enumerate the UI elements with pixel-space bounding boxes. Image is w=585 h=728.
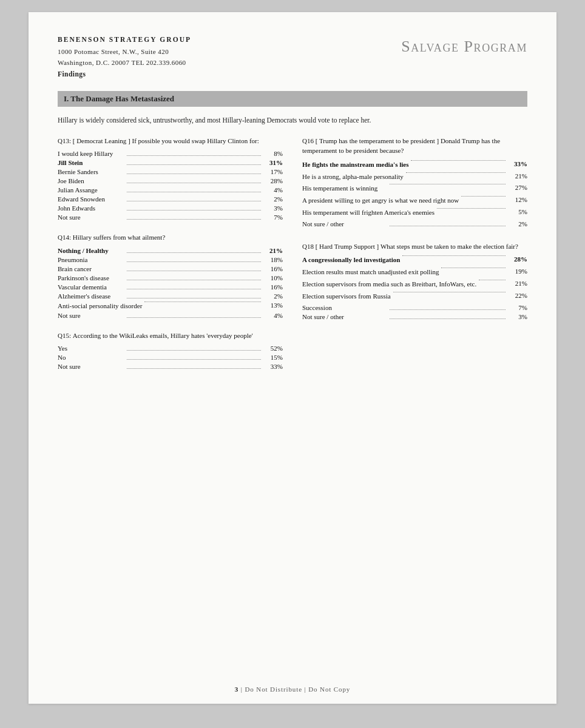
q14-row-4: Parkinson's disease 10% (58, 274, 283, 282)
q14-dots-5 (127, 289, 261, 289)
q13-pct-5: 4% (263, 186, 283, 194)
q15-pct-2: 15% (263, 354, 283, 361)
q18-text: What steps must be taken to make the ele… (380, 243, 518, 250)
q13-row-3: Bernie Sanders 17% (58, 168, 283, 176)
q18-dots-1 (402, 255, 506, 256)
q13-row-6: Edward Snowden 2% (58, 195, 283, 203)
q15-dots-1 (127, 350, 261, 351)
footer: 3 | Do Not Distribute | Do Not Copy (29, 686, 556, 693)
q13-dots-2 (127, 164, 261, 165)
q18-label: Q18 [ Hard Trump Support ] What steps mu… (302, 241, 527, 252)
q16-dots-3 (390, 184, 506, 184)
q18-label-6: Not sure / other (302, 313, 387, 320)
q15-row-2: No 15% (58, 354, 283, 362)
q14-label-5: Vascular dementia (58, 283, 124, 291)
address2: Washington, D.C. 20007 TEL 202.339.6060 (58, 57, 191, 69)
q13-dots-4 (127, 183, 261, 183)
q18-row-6: Not sure / other 3% (302, 313, 527, 321)
q15-answers: Yes 52% No 15% Not sure 33% (58, 345, 283, 371)
q14-pct-7: 13% (263, 302, 283, 309)
q14-pct-6: 2% (263, 292, 283, 300)
q15-label-3: Not sure (58, 363, 124, 370)
q14-text: Hillary suffers from what ailment? (73, 234, 166, 241)
col-left: Q13: [ Democrat Leaning ] If possible yo… (58, 136, 283, 382)
q16-label-2: He is a strong, alpha-male personality (302, 172, 404, 181)
q14-label-2: Pneumonia (58, 256, 124, 263)
q14-row-7: Anti-social personality disorder 13% (58, 302, 283, 311)
q16-row-1: He fights the mainstream media's lies 33… (302, 160, 527, 169)
q13-pct-1: 8% (263, 150, 283, 157)
address1: 1000 Potomac Street, N.W., Suite 420 (58, 46, 191, 58)
q18-row-2: Election results must match unadjusted e… (302, 268, 527, 277)
q14-label: Q14: Hillary suffers from what ailment? (58, 232, 283, 243)
q16-bracket: [ Trump has the temperament to be presid… (316, 137, 439, 144)
q15-label-2: No (58, 354, 124, 361)
q14-answers: Nothing / Healthy 21% Pneumonia 18% Brai… (58, 247, 283, 320)
q13-dots-7 (127, 210, 261, 211)
q13-answers: I would keep Hillary 8% Jill Stein 31% B… (58, 150, 283, 221)
q18-label-2: Election results must match unadjusted e… (302, 268, 439, 277)
q13-pct-4: 28% (263, 177, 283, 184)
q16-row-2: He is a strong, alpha-male personality 2… (302, 172, 527, 181)
q16-pct-3: 27% (508, 184, 527, 191)
q18-dots-5 (390, 309, 506, 310)
q16-label-5: His temperament will frighten America's … (302, 208, 435, 217)
q16-dots-1 (411, 160, 506, 161)
q13-row-1: I would keep Hillary 8% (58, 150, 283, 158)
q16-pct-5: 5% (508, 208, 527, 215)
q14-pct-3: 16% (263, 265, 283, 272)
q14-pct-4: 10% (263, 274, 283, 281)
q16-label-4: A president willing to get angry is what… (302, 196, 459, 205)
q14-dots-8 (127, 317, 261, 318)
q13-label-2: Jill Stein (58, 159, 124, 166)
q18-dots-3 (479, 280, 506, 280)
q14-pct-1: 21% (263, 247, 283, 254)
q18-label-4: Election supervisors from Russia (302, 292, 391, 301)
q14-label-7: Anti-social personality disorder (58, 302, 142, 311)
q13-label-5: Julian Assange (58, 186, 124, 194)
q16-pct-6: 2% (508, 220, 527, 228)
q16-row-5: His temperament will frighten America's … (302, 208, 527, 217)
q14-label-8: Not sure (58, 312, 124, 319)
q18-pct-1: 28% (508, 255, 527, 263)
q15-dots-2 (127, 359, 261, 360)
col-right: Q16 [ Trump has the temperament to be pr… (302, 136, 527, 382)
q15-text: According to the WikiLeaks emails, Hilla… (73, 332, 253, 339)
q13-id: Q13: (58, 137, 71, 144)
q14-dots-7 (144, 302, 261, 302)
q14-pct-2: 18% (263, 256, 283, 263)
q18-pct-2: 19% (508, 268, 527, 275)
q18-row-1: A congressionally led investigation 28% (302, 255, 527, 265)
question-16-block: Q16 [ Trump has the temperament to be pr… (302, 136, 527, 228)
q13-row-7: John Edwards 3% (58, 204, 283, 212)
q15-pct-3: 33% (263, 363, 283, 370)
footer-page: 3 (235, 686, 238, 693)
q18-pct-5: 7% (508, 304, 527, 311)
q13-dots-1 (127, 155, 261, 156)
q14-label-3: Brain cancer (58, 265, 124, 272)
page: BENENSON STRATEGY GROUP 1000 Potomac Str… (29, 12, 556, 704)
q18-label-3: Election supervisors from media such as … (302, 280, 476, 289)
org-name: BENENSON STRATEGY GROUP (58, 34, 191, 46)
q16-pct-2: 21% (508, 172, 527, 180)
q16-dots-4 (461, 196, 506, 197)
q14-row-8: Not sure 4% (58, 312, 283, 320)
q16-pct-1: 33% (508, 160, 527, 167)
q16-label-1: He fights the mainstream media's lies (302, 160, 408, 169)
q14-label-4: Parkinson's disease (58, 274, 124, 281)
q15-dots-3 (127, 368, 261, 369)
q18-label-5: Succession (302, 304, 387, 311)
q14-label-1: Nothing / Healthy (58, 247, 124, 254)
q16-row-3: His temperament is winning 27% (302, 184, 527, 193)
q13-row-8: Not sure 7% (58, 214, 283, 221)
q14-dots-4 (127, 280, 261, 280)
q18-dots-2 (441, 268, 506, 268)
q16-row-6: Not sure / other 2% (302, 220, 527, 228)
q15-row-3: Not sure 33% (58, 363, 283, 371)
q16-dots-5 (437, 208, 506, 209)
q18-pct-4: 22% (508, 292, 527, 299)
q18-id: Q18 (302, 243, 314, 250)
footer-text: | Do Not Distribute | Do Not Copy (241, 686, 350, 693)
q13-dots-6 (127, 201, 261, 201)
q13-pct-8: 7% (263, 214, 283, 221)
